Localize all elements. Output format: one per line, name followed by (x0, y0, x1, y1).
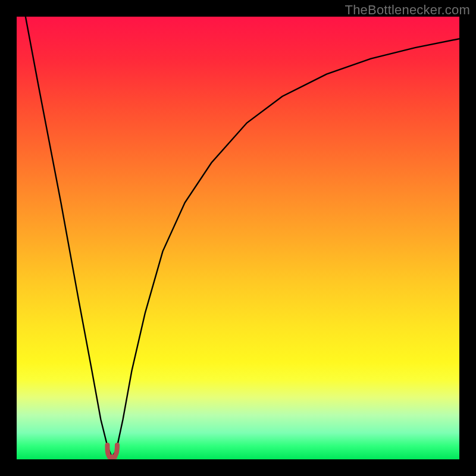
chart-svg (17, 17, 459, 459)
chart-frame: TheBottlenecker.com (0, 0, 476, 476)
attribution-text: TheBottlenecker.com (345, 2, 470, 18)
bottleneck-curve (26, 17, 459, 457)
min-markers (107, 445, 117, 457)
chart-plot-area (17, 17, 459, 459)
